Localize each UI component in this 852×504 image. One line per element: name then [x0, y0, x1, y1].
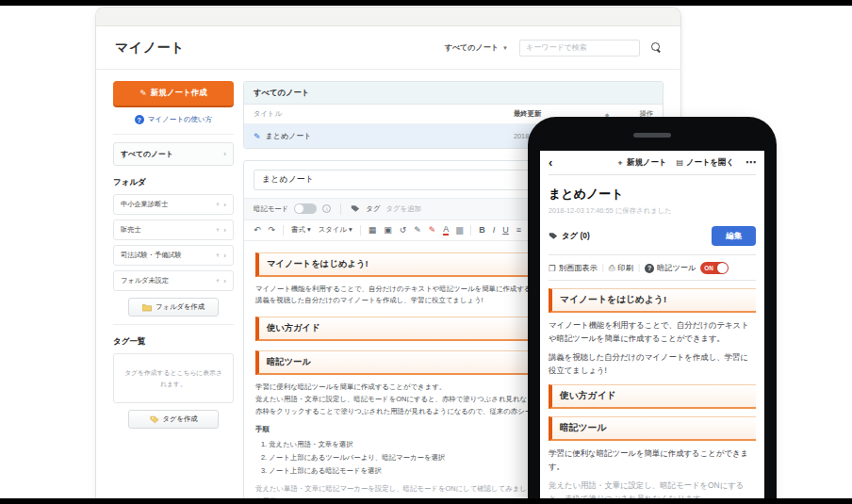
sidebar-folder-item[interactable]: 販売士 ＋ › — [113, 219, 234, 240]
note-heading: 使い方ガイド — [549, 384, 756, 409]
tags-empty-message: タグを作成するとこちらに表示されます。 — [113, 353, 234, 403]
note-paragraph: マイノート機能を利用することで、自分だけのテキストや暗記ツールを簡単に作成するこ… — [549, 319, 756, 346]
page-title: マイノート — [115, 40, 185, 57]
phone-screen: ‹ ＋ 新規ノート ▤ ノートを開く ⋯ まとめノート 2018-12-03 1… — [540, 151, 764, 504]
print-button[interactable]: ⎙ 印刷 — [609, 263, 633, 273]
folders-heading: フォルダ — [113, 177, 234, 188]
top-black-bar — [0, 0, 852, 6]
info-icon[interactable]: i — [322, 204, 331, 213]
search-icon[interactable] — [651, 42, 662, 53]
chevron-right-icon: › — [223, 201, 226, 209]
list-icon: ▤ — [676, 158, 683, 167]
sidebar-folder-item[interactable]: 司法試験・予備試験 ＋ › — [113, 245, 234, 266]
create-folder-button[interactable]: フォルダを作成 — [128, 298, 219, 317]
new-note-button[interactable]: ✎ 新規ノート作成 — [113, 81, 234, 106]
memo-tool-label: ? 暗記ツール — [645, 263, 696, 273]
how-to-use-link[interactable]: ? マイノートの使い方 — [113, 115, 234, 124]
column-title: タイトル — [254, 109, 514, 119]
divider: | — [638, 264, 640, 272]
phone-action-row: ❐ 別画面表示 | ⎙ 印刷 | ? 暗記ツール ON — [549, 255, 756, 280]
pen-icon[interactable]: ✎ — [414, 225, 421, 235]
highlight-icon[interactable]: ▆ — [456, 225, 463, 235]
tag-label: タグ — [366, 204, 380, 214]
divider — [113, 134, 234, 135]
phone-open-note-button[interactable]: ▤ ノートを開く — [676, 157, 734, 168]
undo-icon[interactable]: ↶ — [254, 225, 261, 235]
list-icon[interactable]: ≡ — [516, 225, 521, 235]
chevron-right-icon: › — [223, 277, 226, 285]
divider — [360, 225, 361, 236]
phone-note-content[interactable]: マイノートをはじめよう! マイノート機能を利用することで、自分だけのテキストや暗… — [549, 288, 756, 504]
phone-speaker — [633, 133, 671, 138]
note-heading: マイノートをはじめよう! — [549, 288, 756, 313]
note-paragraph: 学習に便利な暗記ツールを簡単に作成することができます。 — [549, 447, 756, 474]
question-icon: ? — [645, 264, 654, 273]
split-view-icon: ❐ — [549, 264, 556, 273]
edit-button[interactable]: 編集 — [712, 226, 756, 246]
expand-icon: ＋ — [214, 200, 221, 209]
toggle-on-label: ON — [704, 265, 713, 271]
sidebar-item-all-notes[interactable]: すべてのノート › — [113, 142, 234, 166]
saved-timestamp: 2018-12-03 17:46:55 に保存されました — [549, 206, 756, 216]
back-icon[interactable]: ‹ — [549, 155, 567, 170]
note-title-cell: まとめノート — [266, 131, 514, 141]
phone-nav-bar: ‹ ＋ 新規ノート ▤ ノートを開く ⋯ — [549, 151, 756, 175]
style-dropdown[interactable]: スタイル ▾ — [319, 225, 352, 235]
pencil-icon: ✎ — [254, 132, 261, 141]
redo-icon[interactable]: ↷ — [269, 225, 276, 235]
refresh-icon[interactable]: ↺ — [400, 225, 407, 235]
tags-heading: タグ一覧 — [113, 336, 234, 348]
create-tag-button[interactable]: タグを作成 — [128, 410, 219, 429]
divider: | — [602, 264, 604, 272]
notes-panel-header: すべてのノート — [244, 82, 663, 105]
sidebar: ✎ 新規ノート作成 ? マイノートの使い方 すべてのノート › フォルダ 中小企… — [113, 81, 234, 498]
bottom-black-bar — [0, 498, 852, 504]
phone-note-title: まとめノート — [549, 186, 756, 203]
memo-tool-toggle[interactable]: ON — [700, 262, 729, 274]
image-icon[interactable]: ▣ — [384, 225, 392, 235]
tag-count-label: タグ (0) — [549, 231, 712, 241]
note-filter-dropdown[interactable]: すべてのノート ▼ — [445, 42, 508, 53]
sidebar-folder-item[interactable]: 中小企業診断士 ＋ › — [113, 194, 234, 215]
bold-icon[interactable]: B — [479, 225, 485, 235]
tag-add-input[interactable] — [385, 204, 461, 213]
tag-icon — [150, 415, 159, 424]
underline-icon[interactable]: U — [502, 225, 509, 235]
tag-icon — [549, 232, 558, 240]
table-icon[interactable]: ▦ — [369, 225, 377, 235]
divider — [113, 324, 234, 325]
chevron-right-icon: › — [223, 252, 226, 260]
split-view-button[interactable]: ❐ 別画面表示 — [549, 263, 598, 273]
italic-icon[interactable]: I — [493, 225, 496, 235]
expand-icon: ＋ — [214, 251, 221, 260]
phone-tag-row: タグ (0) 編集 — [549, 226, 756, 246]
divider — [340, 203, 341, 215]
memo-mode-label: 暗記モード — [254, 204, 288, 214]
font-color-icon[interactable]: A — [443, 225, 449, 236]
expand-icon: ＋ — [214, 225, 221, 235]
expand-icon: ＋ — [214, 276, 221, 285]
divider — [470, 225, 471, 236]
chevron-right-icon: › — [223, 150, 226, 158]
plus-icon: ＋ — [616, 157, 624, 168]
chevron-right-icon: › — [223, 226, 226, 235]
app-header: マイノート すべてのノート ▼ — [96, 26, 680, 70]
tag-icon — [351, 204, 360, 213]
folder-icon — [142, 303, 152, 312]
format-dropdown[interactable]: 書式 ▾ — [291, 225, 311, 235]
search-input[interactable] — [519, 40, 640, 57]
note-paragraph: 講義を視聴した自分だけのマイノートを作成し、学習に役立てましょう! — [549, 351, 756, 378]
help-icon: ? — [135, 115, 144, 124]
pencil-icon: ✎ — [139, 89, 147, 98]
chevron-down-icon: ▼ — [502, 45, 508, 51]
note-heading: 暗記ツール — [549, 416, 756, 441]
memo-mode-toggle[interactable] — [294, 203, 317, 214]
memo-marker-icon[interactable]: ✎ — [429, 225, 436, 235]
more-icon[interactable]: ⋯ — [746, 156, 756, 169]
phone-new-note-button[interactable]: ＋ 新規ノート — [616, 157, 666, 168]
printer-icon: ⎙ — [609, 263, 615, 273]
browser-chrome-bar — [96, 8, 680, 26]
phone-mockup: ‹ ＋ 新規ノート ▤ ノートを開く ⋯ まとめノート 2018-12-03 1… — [528, 117, 777, 504]
sidebar-folder-item[interactable]: フォルダ未設定 ＋ › — [113, 270, 234, 291]
divider — [549, 280, 756, 281]
